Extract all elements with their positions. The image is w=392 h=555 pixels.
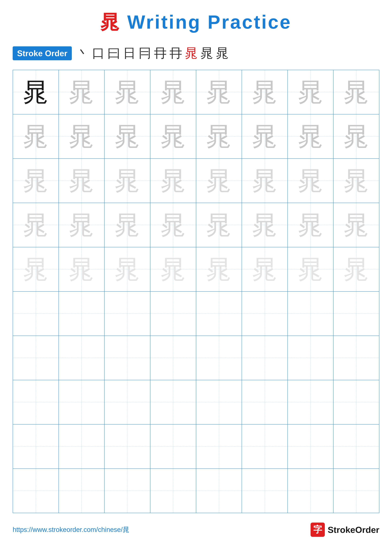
grid-cell[interactable]: 晁 (104, 114, 150, 159)
cell-character: 晁 (252, 255, 277, 283)
grid-cell[interactable]: 晁 (196, 114, 242, 159)
grid-cell[interactable] (150, 469, 196, 513)
logo-text: StrokeOrder (328, 525, 379, 535)
cell-character: 晁 (115, 255, 140, 283)
grid-cell[interactable]: 晁 (59, 203, 105, 247)
grid-cell[interactable]: 晁 (196, 247, 242, 292)
grid-cell[interactable] (13, 424, 59, 469)
grid-cell[interactable] (59, 292, 105, 336)
grid-cell[interactable] (333, 380, 379, 424)
grid-cell[interactable]: 晁 (59, 70, 105, 114)
grid-cell[interactable] (333, 469, 379, 513)
grid-cell[interactable] (150, 380, 196, 424)
cell-character: 晁 (115, 78, 140, 106)
grid-cell[interactable] (196, 292, 242, 336)
grid-cell[interactable]: 晁 (59, 247, 105, 292)
grid-cell[interactable] (242, 469, 288, 513)
cell-character: 晁 (23, 122, 48, 150)
grid-cell[interactable] (104, 424, 150, 469)
grid-cell[interactable]: 晁 (288, 114, 334, 159)
cell-character: 晁 (161, 211, 186, 239)
grid-cell[interactable]: 晁 (150, 159, 196, 203)
grid-cell[interactable]: 晁 (242, 247, 288, 292)
grid-cell[interactable]: 晁 (59, 159, 105, 203)
stroke-5: 冃 (139, 45, 151, 62)
grid-cell[interactable]: 晁 (242, 203, 288, 247)
grid-cell[interactable] (104, 336, 150, 380)
grid-cell[interactable] (13, 336, 59, 380)
grid-cell[interactable]: 晁 (104, 70, 150, 114)
grid-cell[interactable]: 晁 (150, 114, 196, 159)
grid-cell[interactable] (150, 292, 196, 336)
grid-cell[interactable] (333, 424, 379, 469)
grid-cell[interactable]: 晁 (333, 203, 379, 247)
stroke-6: 冄 (154, 45, 167, 62)
grid-cell[interactable] (333, 336, 379, 380)
grid-cell[interactable]: 晁 (59, 114, 105, 159)
grid-cell[interactable]: 晁 (13, 114, 59, 159)
cell-character: 晁 (115, 211, 140, 239)
grid-cell[interactable]: 晁 (333, 247, 379, 292)
grid-cell[interactable] (288, 336, 334, 380)
grid-cell[interactable] (104, 292, 150, 336)
grid-cell[interactable] (13, 469, 59, 513)
grid-cell[interactable]: 晁 (288, 203, 334, 247)
grid-cell[interactable]: 晁 (150, 247, 196, 292)
grid-cell[interactable]: 晁 (288, 247, 334, 292)
grid-cell[interactable]: 晁 (13, 159, 59, 203)
grid-cell[interactable] (333, 292, 379, 336)
grid-cell[interactable] (288, 292, 334, 336)
grid-cell[interactable]: 晁 (333, 70, 379, 114)
grid-cell[interactable]: 晁 (288, 159, 334, 203)
stroke-10: 晁 (216, 45, 229, 62)
grid-cell[interactable]: 晁 (104, 247, 150, 292)
grid-cell[interactable] (242, 424, 288, 469)
grid-cell[interactable] (13, 292, 59, 336)
grid-cell[interactable] (196, 469, 242, 513)
grid-cell[interactable] (13, 380, 59, 424)
cell-character: 晁 (69, 255, 94, 283)
grid-cell[interactable]: 晁 (288, 70, 334, 114)
grid-cell[interactable] (242, 292, 288, 336)
grid-cell[interactable]: 晁 (242, 70, 288, 114)
grid-cell[interactable] (150, 336, 196, 380)
grid-cell[interactable] (196, 336, 242, 380)
grid-cell[interactable] (242, 336, 288, 380)
grid-cell[interactable] (288, 380, 334, 424)
cell-character: 晁 (206, 122, 231, 150)
grid-cell[interactable]: 晁 (196, 159, 242, 203)
grid-cell[interactable] (196, 424, 242, 469)
grid-cell[interactable]: 晁 (333, 114, 379, 159)
grid-cell[interactable] (59, 336, 105, 380)
cell-character: 晁 (161, 78, 186, 106)
grid-cell[interactable] (288, 424, 334, 469)
grid-cell[interactable] (104, 469, 150, 513)
grid-cell[interactable]: 晁 (150, 70, 196, 114)
grid-cell[interactable] (196, 380, 242, 424)
grid-cell[interactable] (242, 380, 288, 424)
cell-character: 晁 (298, 78, 323, 106)
grid-cell[interactable] (288, 469, 334, 513)
cell-character: 晁 (344, 78, 369, 106)
grid-cell[interactable]: 晁 (242, 114, 288, 159)
grid-cell[interactable]: 晁 (104, 203, 150, 247)
grid-cell[interactable] (104, 380, 150, 424)
stroke-1: 丶 (77, 45, 89, 62)
grid-cell[interactable]: 晁 (333, 159, 379, 203)
grid-cell[interactable] (59, 469, 105, 513)
grid-cell[interactable]: 晁 (13, 247, 59, 292)
grid-cell[interactable]: 晁 (104, 159, 150, 203)
grid-cell[interactable] (59, 380, 105, 424)
grid-cell[interactable]: 晁 (150, 203, 196, 247)
cell-character: 晁 (298, 167, 323, 195)
grid-cell[interactable]: 晁 (242, 159, 288, 203)
grid-cell[interactable]: 晁 (13, 70, 59, 114)
grid-cell[interactable]: 晁 (196, 70, 242, 114)
grid-cell[interactable]: 晁 (13, 203, 59, 247)
grid-cell[interactable] (59, 424, 105, 469)
cell-character: 晁 (206, 255, 231, 283)
page-title: 晁 Writing Practice (100, 9, 292, 35)
cell-character: 晁 (206, 167, 231, 195)
grid-cell[interactable] (150, 424, 196, 469)
grid-cell[interactable]: 晁 (196, 203, 242, 247)
